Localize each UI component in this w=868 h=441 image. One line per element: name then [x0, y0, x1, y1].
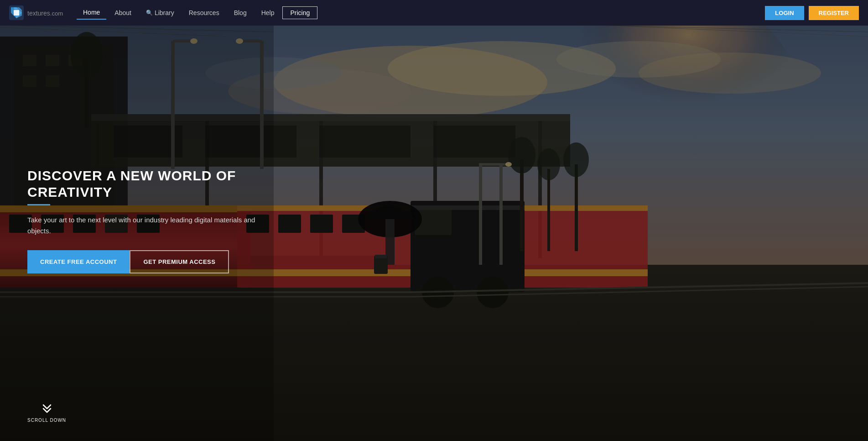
- scroll-chevrons: [42, 404, 52, 413]
- register-button[interactable]: REGISTER: [809, 6, 859, 20]
- scroll-down[interactable]: SCROLL DOWN: [27, 404, 66, 423]
- hero-buttons: CREATE FREE ACCOUNT GET PREMIUM ACCESS: [27, 250, 265, 273]
- logo-icon: [9, 5, 24, 20]
- search-icon: 🔍: [146, 10, 153, 16]
- chevrons-icon: [42, 404, 52, 413]
- nav-item-home[interactable]: Home: [77, 6, 106, 20]
- login-button[interactable]: LOGIN: [765, 6, 804, 20]
- nav-item-blog[interactable]: Blog: [228, 6, 253, 19]
- hero-title: DISCOVER A NEW WORLD OF CREATIVITY: [27, 168, 265, 200]
- logo[interactable]: textures.com: [9, 5, 63, 20]
- nav-links: Home About 🔍 Library Resources Blog Help…: [77, 6, 765, 20]
- logo-text: textures.com: [27, 8, 63, 18]
- hero-subtitle: Take your art to the next level with our…: [27, 215, 265, 236]
- nav-item-pricing[interactable]: Pricing: [282, 6, 317, 19]
- svg-rect-3: [14, 10, 19, 16]
- create-account-button[interactable]: CREATE FREE ACCOUNT: [27, 250, 130, 273]
- nav-item-resources[interactable]: Resources: [182, 6, 226, 19]
- get-premium-button[interactable]: GET PREMIUM ACCESS: [130, 250, 229, 273]
- navbar: textures.com Home About 🔍 Library Resour…: [0, 0, 868, 26]
- hero-content: DISCOVER A NEW WORLD OF CREATIVITY Take …: [27, 168, 265, 273]
- nav-right: LOGIN REGISTER: [765, 6, 859, 20]
- nav-item-about[interactable]: About: [108, 6, 138, 19]
- nav-item-help[interactable]: Help: [255, 6, 281, 19]
- nav-item-library[interactable]: 🔍 Library: [140, 6, 181, 19]
- scroll-down-label: SCROLL DOWN: [27, 418, 66, 423]
- hero-section: DISCOVER A NEW WORLD OF CREATIVITY Take …: [0, 0, 868, 441]
- hero-title-underline: [27, 204, 50, 205]
